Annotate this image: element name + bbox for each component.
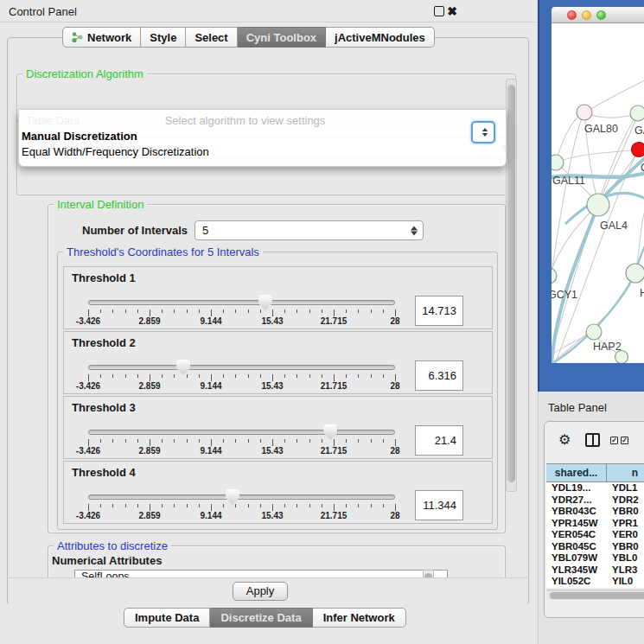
- network-view-window[interactable]: GAL80 GA C GAL11 GAL4 GCY1 H HAP2: [538, 0, 644, 392]
- table-row[interactable]: YBR043CYBR0: [546, 506, 644, 518]
- network-graph: GAL80 GA C GAL11 GAL4 GCY1 H HAP2: [552, 23, 644, 363]
- slider-track[interactable]: [88, 430, 395, 435]
- number-of-intervals-value: 5: [202, 224, 208, 237]
- slider-thumb[interactable]: [258, 295, 272, 310]
- popup-item-equal-width-frequency[interactable]: Equal Width/Frequency Discretization: [22, 145, 209, 158]
- gear-icon[interactable]: ⚙: [558, 433, 571, 447]
- threshold-2-value-field[interactable]: 6.316: [415, 360, 463, 391]
- node-right-mid[interactable]: [626, 264, 644, 283]
- mac-close-icon[interactable]: [567, 10, 577, 20]
- network-canvas[interactable]: GAL80 GA C GAL11 GAL4 GCY1 H HAP2: [552, 23, 644, 363]
- panel-title: Control Panel: [9, 5, 77, 18]
- table-horizontal-scrollbar[interactable]: [546, 590, 644, 600]
- combo-stepper-icon: [411, 226, 418, 235]
- combo-stepper-icon: [481, 128, 488, 137]
- threshold-4-panel: Threshold 4 -3.426 2.859 9.144 15.43: [63, 461, 493, 524]
- threshold-3-label: Threshold 3: [72, 401, 136, 414]
- tab-label: Infer Network: [323, 611, 395, 624]
- table-toolbar: ⚙ ✓ ✓: [545, 422, 644, 458]
- number-of-intervals-label: Number of Intervals: [82, 224, 188, 237]
- column-header-shared-name[interactable]: shared...: [546, 464, 607, 481]
- tab-style[interactable]: Style: [141, 27, 186, 48]
- thresholds-group: Threshold's Coordinates for 5 Intervals …: [57, 252, 498, 530]
- tab-network[interactable]: Network: [62, 27, 141, 48]
- popup-item-manual-discretization[interactable]: Manual Discretization: [22, 130, 137, 143]
- attributes-group: Attributes to discretize Numerical Attri…: [48, 545, 506, 578]
- tab-label: Select: [194, 31, 227, 44]
- node-label: GAL80: [584, 123, 618, 135]
- threshold-4-label: Threshold 4: [72, 466, 136, 479]
- group-label: Threshold's Coordinates for 5 Intervals: [63, 245, 263, 258]
- table-row[interactable]: YBR045CYBR0: [546, 541, 644, 553]
- algorithm-combobox-focus-fragment[interactable]: [471, 121, 495, 143]
- table-row[interactable]: YBL079WYBL0: [546, 552, 644, 564]
- threshold-2-slider[interactable]: -3.426 2.859 9.144 15.43 21.715 28: [88, 353, 395, 392]
- settings-scrollbar[interactable]: [506, 79, 517, 492]
- numerical-attributes-label: Numerical Attributes: [52, 554, 162, 567]
- node-label: C: [641, 162, 644, 174]
- column-header-name[interactable]: n: [607, 464, 644, 481]
- slider-track[interactable]: [88, 494, 395, 500]
- scrollbar-thumb[interactable]: [550, 592, 644, 599]
- threshold-3-slider[interactable]: -3.426 2.859 9.144 15.43 21.715 28: [88, 418, 395, 457]
- control-panel-titlebar: Control Panel ✖: [0, 0, 536, 22]
- slider-track[interactable]: [88, 300, 395, 305]
- node-top-right[interactable]: [630, 105, 644, 121]
- threshold-1-value-field[interactable]: 14.713: [415, 296, 463, 326]
- threshold-4-value-field[interactable]: 11.344: [415, 490, 463, 520]
- table-header-row: shared... n: [546, 463, 644, 482]
- network-window-titlebar[interactable]: [552, 7, 644, 23]
- tab-infer-network[interactable]: Infer Network: [313, 608, 406, 628]
- slider-track[interactable]: [88, 365, 395, 370]
- node-gal4[interactable]: [587, 194, 609, 216]
- table-row[interactable]: YLR345WYLR3: [546, 564, 644, 577]
- tab-label: Discretize Data: [220, 611, 301, 624]
- table-panel: Table Panel ⚙ ✓ ✓ shared... n YDL19...YD…: [538, 392, 644, 644]
- threshold-1-panel: Threshold 1 -3.426 2.859 9.144 15.43: [63, 266, 493, 329]
- node-label: GAL11: [552, 175, 585, 187]
- tab-label: Cyni Toolbox: [246, 31, 316, 44]
- threshold-3-value-field[interactable]: 21.4: [415, 425, 463, 456]
- screen: Control Panel ✖ Network Style Select: [0, 0, 644, 644]
- select-checkbox-icon[interactable]: ✓: [621, 437, 628, 444]
- float-window-icon[interactable]: [434, 6, 444, 16]
- slider-thumb[interactable]: [176, 360, 190, 375]
- node-gcy1[interactable]: [552, 268, 557, 284]
- apply-button[interactable]: Apply: [233, 582, 288, 601]
- table-row[interactable]: YER054CYER0: [546, 529, 644, 541]
- table-row[interactable]: YDL19...YDL1: [546, 482, 644, 494]
- mac-minimize-icon[interactable]: [582, 10, 591, 20]
- control-panel: Control Panel ✖ Network Style Select: [0, 0, 536, 644]
- table-panel-title: Table Panel: [548, 401, 607, 414]
- tab-impute-data[interactable]: Impute Data: [124, 608, 210, 628]
- node-selected-red[interactable]: [632, 143, 644, 157]
- node-gal11[interactable]: [552, 155, 564, 170]
- algorithm-combobox-hint: Select algorithm to view settings: [19, 114, 471, 127]
- interval-definition-group: Interval Definition Number of Intervals …: [48, 204, 506, 533]
- threshold-4-slider[interactable]: -3.426 2.859 9.144 15.43 21.715 28: [88, 482, 395, 522]
- group-label: Interval Definition: [54, 198, 147, 211]
- tab-cyni-toolbox[interactable]: Cyni Toolbox: [238, 27, 326, 48]
- table-row[interactable]: YIL052CYIL0: [546, 576, 644, 588]
- tab-select[interactable]: Select: [186, 27, 237, 48]
- slider-thumb[interactable]: [226, 489, 239, 505]
- tab-discretize-data[interactable]: Discretize Data: [210, 608, 312, 628]
- slider-thumb[interactable]: [323, 424, 337, 440]
- number-of-intervals-combobox[interactable]: 5: [194, 220, 424, 240]
- mac-zoom-icon[interactable]: [596, 10, 606, 20]
- apply-row: Apply: [9, 577, 527, 605]
- threshold-2-label: Threshold 2: [72, 336, 136, 349]
- table-row[interactable]: YDR27...YDR2: [546, 494, 644, 507]
- node-gal80[interactable]: [577, 105, 592, 120]
- tab-jactivemnodules[interactable]: jActiveMNodules: [326, 27, 435, 48]
- table-row[interactable]: YPR145WYPR1: [546, 518, 644, 530]
- select-checkbox-icon[interactable]: ✓: [610, 437, 618, 444]
- node-label: HAP2: [593, 341, 622, 353]
- network-icon: [72, 31, 83, 43]
- threshold-1-slider[interactable]: -3.426 2.859 9.144 15.43 21.715 28: [88, 288, 395, 328]
- node-hap2[interactable]: [586, 324, 602, 340]
- scrollbar-thumb[interactable]: [507, 85, 515, 482]
- close-icon[interactable]: ✖: [447, 6, 457, 16]
- split-columns-icon[interactable]: [585, 433, 600, 447]
- tab-label: Network: [87, 31, 131, 44]
